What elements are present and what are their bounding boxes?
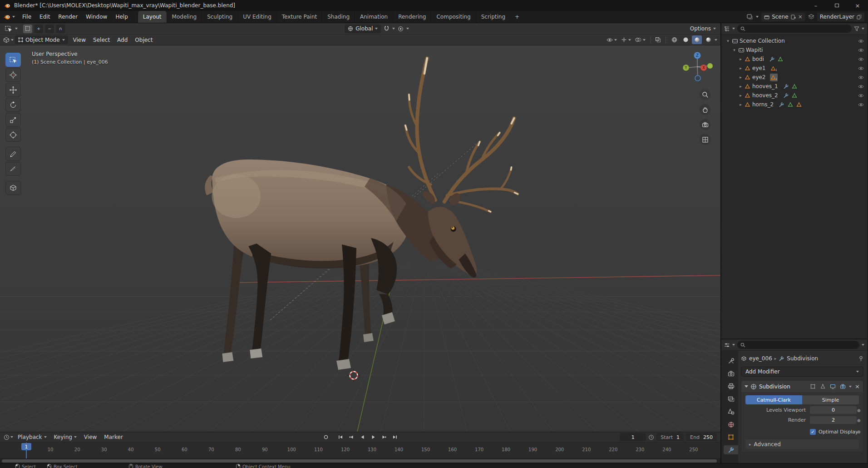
mesh-data-icon[interactable] — [777, 55, 784, 63]
chevron-down-icon[interactable] — [756, 16, 759, 18]
collapse-arrow-icon[interactable]: ▾ — [725, 39, 731, 43]
timeline-scrollbar[interactable] — [0, 458, 720, 463]
breadcrumb-modifier-name[interactable]: Subdivision — [787, 355, 818, 362]
workspace-tab-layout[interactable]: Layout — [138, 11, 167, 23]
menu-file[interactable]: File — [18, 11, 35, 23]
browse-scene-icon[interactable] — [747, 14, 753, 20]
jump-to-end-button[interactable] — [390, 433, 400, 441]
chevron-down-icon[interactable] — [862, 28, 864, 30]
move-tool-button[interactable] — [5, 83, 21, 97]
animate-dot-icon[interactable]: ● — [857, 408, 861, 413]
tab-world[interactable] — [724, 420, 738, 429]
gizmos-dropdown[interactable] — [620, 35, 632, 44]
render-toggle-icon[interactable] — [839, 383, 847, 390]
scrollbar-thumb[interactable] — [2, 459, 717, 463]
zoom-button[interactable] — [700, 89, 710, 100]
tab-modifiers[interactable] — [724, 445, 738, 454]
overlays-dropdown[interactable] — [634, 35, 647, 44]
properties-editor-icon[interactable] — [724, 342, 730, 348]
viewport-menu-select[interactable]: Select — [89, 37, 113, 43]
expand-arrow-icon[interactable]: ▸ — [738, 84, 744, 89]
hide-viewport-eye-icon[interactable] — [858, 94, 864, 98]
tab-view-layer[interactable] — [724, 394, 738, 403]
modifier-panel-header[interactable]: Subdivision × — [741, 381, 863, 392]
workspace-tab-shading[interactable]: Shading — [322, 11, 355, 23]
chevron-down-icon[interactable] — [732, 28, 735, 30]
select-mode-extend-button[interactable]: + — [34, 25, 43, 33]
view-layer-selector[interactable]: RenderLayer — [817, 13, 864, 21]
animate-dot-icon[interactable]: ● — [857, 429, 861, 434]
chevron-down-icon[interactable] — [11, 39, 14, 41]
workspace-tab-uv-editing[interactable]: UV Editing — [237, 11, 276, 23]
select-mode-new-button[interactable] — [23, 25, 32, 33]
chevron-down-icon[interactable] — [715, 39, 717, 41]
simple-button[interactable]: Simple — [802, 395, 859, 404]
chevron-down-icon[interactable] — [862, 344, 864, 346]
add-modifier-dropdown[interactable]: Add Modifier — [741, 367, 863, 377]
breadcrumb-object-name[interactable]: eye_006 — [749, 355, 772, 362]
expand-arrow-icon[interactable]: ▸ — [738, 93, 744, 98]
mesh-orange-2-icon[interactable]: 2 — [770, 74, 778, 81]
realtime-toggle-icon[interactable] — [829, 383, 837, 390]
select-mode-intersect-button[interactable]: ∩ — [56, 25, 65, 33]
previous-keyframe-button[interactable] — [346, 433, 356, 441]
on-cage-toggle-icon[interactable] — [809, 383, 817, 390]
cursor-tool-button[interactable] — [5, 68, 21, 82]
filter-icon[interactable] — [854, 26, 859, 31]
play-reverse-button[interactable] — [357, 433, 367, 441]
menu-render[interactable]: Render — [54, 11, 82, 23]
properties-search-input[interactable] — [737, 341, 859, 349]
mesh-orange-icon[interactable] — [795, 101, 803, 109]
add-workspace-button[interactable]: + — [510, 11, 524, 23]
outliner-item-eye2[interactable]: ▸eye22 — [721, 73, 867, 82]
use-preview-range-icon[interactable] — [648, 434, 654, 440]
mesh-data-icon[interactable] — [791, 92, 799, 100]
outliner-editor-icon[interactable] — [724, 26, 730, 32]
chevron-down-icon[interactable] — [392, 28, 395, 30]
chevron-down-icon[interactable] — [10, 436, 13, 438]
tab-render[interactable] — [724, 369, 738, 378]
add-cube-tool-button[interactable] — [5, 181, 21, 195]
chevron-down-icon[interactable] — [406, 28, 409, 30]
timeline-editor-icon[interactable] — [4, 434, 10, 440]
mesh-data-icon[interactable] — [786, 101, 794, 109]
chevron-down-icon[interactable] — [732, 344, 735, 346]
timeline-menu-keying[interactable]: Keying — [50, 434, 80, 440]
viewport-menu-object[interactable]: Object — [131, 37, 156, 43]
menu-window[interactable]: Window — [82, 11, 111, 23]
outliner-search-input[interactable] — [737, 25, 852, 33]
rotate-tool-button[interactable] — [5, 98, 21, 112]
active-tool-button[interactable] — [3, 25, 14, 33]
wrench-icon[interactable] — [782, 83, 790, 90]
transform-tool-button[interactable] — [5, 128, 21, 142]
outliner-item-hooves-2[interactable]: ▸hooves_2 — [721, 91, 867, 100]
outliner-item-hooves-1[interactable]: ▸hooves_1 — [721, 82, 867, 91]
pan-button[interactable] — [700, 104, 710, 115]
edit-mode-toggle-icon[interactable] — [819, 383, 827, 390]
current-frame-field[interactable]: 1 — [620, 433, 646, 441]
scale-tool-button[interactable] — [5, 113, 21, 127]
mode-dropdown[interactable]: Object Mode — [15, 35, 68, 44]
play-button[interactable] — [368, 433, 378, 441]
menu-help[interactable]: Help — [111, 11, 132, 23]
optimal-display-checkbox[interactable]: ✓ — [810, 429, 816, 435]
viewport-menu-view[interactable]: View — [69, 37, 89, 43]
outliner-item-eye1[interactable]: ▸eye12 — [721, 64, 867, 73]
tab-scene[interactable] — [724, 407, 738, 416]
timeline-menu-playback[interactable]: Playback — [14, 434, 50, 440]
mesh-orange-2-icon[interactable]: 2 — [770, 65, 778, 72]
close-button[interactable]: × — [847, 0, 868, 11]
xray-toggle-button[interactable] — [654, 35, 662, 44]
workspace-tab-animation[interactable]: Animation — [355, 11, 393, 23]
modifier-extras-icon[interactable] — [849, 386, 852, 388]
end-frame-field[interactable]: End250 — [686, 433, 717, 441]
hide-viewport-eye-icon[interactable] — [858, 66, 864, 70]
editor-type-icon[interactable] — [3, 37, 10, 43]
hide-viewport-eye-icon[interactable] — [858, 48, 864, 52]
chevron-down-icon[interactable] — [15, 28, 18, 30]
workspace-tab-compositing[interactable]: Compositing — [431, 11, 475, 23]
workspace-tab-modeling[interactable]: Modeling — [167, 11, 202, 23]
hide-viewport-eye-icon[interactable] — [858, 85, 864, 89]
playhead-frame-badge[interactable]: 1 — [21, 443, 31, 450]
blender-app-menu[interactable] — [0, 11, 18, 23]
